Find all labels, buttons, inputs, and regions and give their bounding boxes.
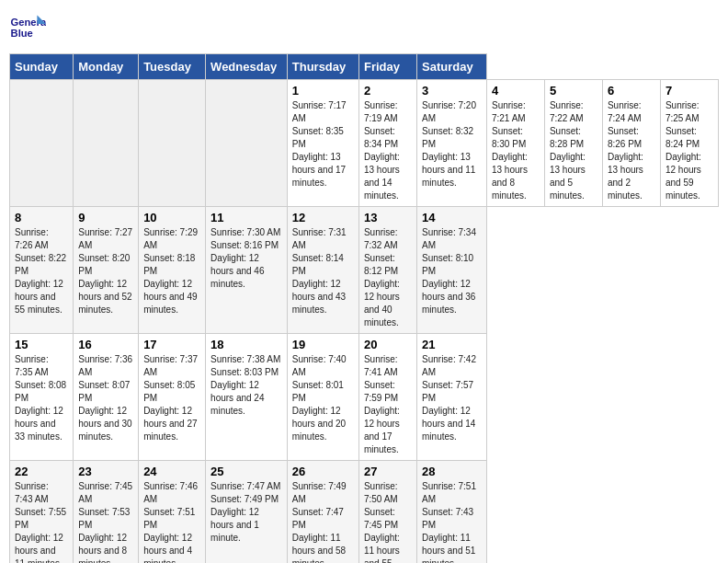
day-number: 18 (210, 338, 282, 351)
day-header-sunday: Sunday (10, 54, 74, 80)
day-info: Sunrise: 7:31 AMSunset: 8:14 PMDaylight:… (292, 226, 354, 316)
day-info: Sunrise: 7:40 AMSunset: 8:01 PMDaylight:… (292, 353, 354, 443)
day-info: Sunrise: 7:35 AMSunset: 8:08 PMDaylight:… (15, 353, 68, 443)
calendar-week-4: 22Sunrise: 7:43 AMSunset: 7:55 PMDayligh… (10, 461, 719, 564)
calendar-cell: 10Sunrise: 7:29 AMSunset: 8:18 PMDayligh… (139, 207, 206, 334)
calendar-cell: 15Sunrise: 7:35 AMSunset: 8:08 PMDayligh… (10, 334, 74, 461)
day-number: 16 (78, 338, 133, 351)
day-number: 17 (143, 338, 200, 351)
day-header-tuesday: Tuesday (139, 54, 206, 80)
calendar-cell: 16Sunrise: 7:36 AMSunset: 8:07 PMDayligh… (74, 334, 139, 461)
day-info: Sunrise: 7:22 AMSunset: 8:28 PMDaylight:… (550, 99, 597, 202)
calendar-cell: 20Sunrise: 7:41 AMSunset: 7:59 PMDayligh… (358, 334, 416, 461)
day-number: 1 (292, 84, 354, 98)
calendar-cell (139, 80, 206, 207)
calendar-cell: 3Sunrise: 7:20 AMSunset: 8:32 PMDaylight… (417, 80, 487, 207)
day-number: 27 (364, 465, 412, 478)
day-info: Sunrise: 7:46 AMSunset: 7:51 PMDaylight:… (143, 480, 200, 563)
day-number: 8 (15, 211, 68, 224)
calendar-cell: 28Sunrise: 7:51 AMSunset: 7:43 PMDayligh… (417, 461, 487, 564)
day-info: Sunrise: 7:25 AMSunset: 8:24 PMDaylight:… (665, 99, 713, 202)
calendar-cell: 5Sunrise: 7:22 AMSunset: 8:28 PMDaylight… (544, 80, 602, 207)
day-info: Sunrise: 7:50 AMSunset: 7:45 PMDaylight:… (364, 480, 412, 563)
day-number: 4 (492, 84, 540, 98)
calendar-cell (206, 80, 288, 207)
day-info: Sunrise: 7:17 AMSunset: 8:35 PMDaylight:… (292, 99, 354, 190)
calendar-cell: 11Sunrise: 7:30 AMSunset: 8:16 PMDayligh… (206, 207, 288, 334)
day-number: 28 (422, 465, 482, 478)
day-number: 2 (364, 84, 412, 98)
calendar-cell (74, 80, 139, 207)
day-header-thursday: Thursday (287, 54, 358, 80)
day-number: 5 (550, 84, 597, 98)
day-info: Sunrise: 7:19 AMSunset: 8:34 PMDaylight:… (364, 99, 412, 202)
day-number: 12 (292, 211, 354, 224)
day-number: 10 (143, 211, 200, 224)
day-header-monday: Monday (74, 54, 139, 80)
day-number: 3 (422, 84, 482, 98)
calendar-cell: 14Sunrise: 7:34 AMSunset: 8:10 PMDayligh… (417, 207, 487, 334)
calendar-cell: 27Sunrise: 7:50 AMSunset: 7:45 PMDayligh… (358, 461, 416, 564)
calendar-cell: 23Sunrise: 7:45 AMSunset: 7:53 PMDayligh… (74, 461, 139, 564)
calendar-cell: 6Sunrise: 7:24 AMSunset: 8:26 PMDaylight… (602, 80, 660, 207)
day-info: Sunrise: 7:32 AMSunset: 8:12 PMDaylight:… (364, 226, 412, 329)
logo-icon: General Blue (9, 9, 46, 46)
calendar-cell: 24Sunrise: 7:46 AMSunset: 7:51 PMDayligh… (139, 461, 206, 564)
day-info: Sunrise: 7:34 AMSunset: 8:10 PMDaylight:… (422, 226, 482, 316)
day-number: 20 (364, 338, 412, 351)
day-number: 22 (15, 465, 68, 478)
calendar-cell: 25Sunrise: 7:47 AMSunset: 7:49 PMDayligh… (206, 461, 288, 564)
day-info: Sunrise: 7:20 AMSunset: 8:32 PMDaylight:… (422, 99, 482, 190)
calendar-cell: 13Sunrise: 7:32 AMSunset: 8:12 PMDayligh… (358, 207, 416, 334)
calendar-cell: 4Sunrise: 7:21 AMSunset: 8:30 PMDaylight… (486, 80, 544, 207)
page-header: General Blue (9, 9, 719, 46)
day-number: 7 (665, 84, 713, 98)
day-number: 24 (143, 465, 200, 478)
day-number: 19 (292, 338, 354, 351)
svg-text:Blue: Blue (11, 28, 33, 39)
day-number: 23 (78, 465, 133, 478)
calendar-cell (10, 80, 74, 207)
logo: General Blue (9, 9, 50, 46)
day-info: Sunrise: 7:38 AMSunset: 8:03 PMDaylight:… (210, 353, 282, 418)
day-number: 11 (210, 211, 282, 224)
calendar-cell: 17Sunrise: 7:37 AMSunset: 8:05 PMDayligh… (139, 334, 206, 461)
calendar-cell: 8Sunrise: 7:26 AMSunset: 8:22 PMDaylight… (10, 207, 74, 334)
calendar-body: 1Sunrise: 7:17 AMSunset: 8:35 PMDaylight… (10, 80, 719, 564)
calendar-cell: 2Sunrise: 7:19 AMSunset: 8:34 PMDaylight… (358, 80, 416, 207)
day-number: 26 (292, 465, 354, 478)
day-info: Sunrise: 7:47 AMSunset: 7:49 PMDaylight:… (210, 480, 282, 545)
day-number: 15 (15, 338, 68, 351)
day-info: Sunrise: 7:49 AMSunset: 7:47 PMDaylight:… (292, 480, 354, 563)
calendar-week-3: 15Sunrise: 7:35 AMSunset: 8:08 PMDayligh… (10, 334, 719, 461)
day-info: Sunrise: 7:36 AMSunset: 8:07 PMDaylight:… (78, 353, 133, 443)
day-header-friday: Friday (358, 54, 416, 80)
calendar-header-row: SundayMondayTuesdayWednesdayThursdayFrid… (10, 54, 719, 80)
calendar-cell: 1Sunrise: 7:17 AMSunset: 8:35 PMDaylight… (287, 80, 358, 207)
day-info: Sunrise: 7:41 AMSunset: 7:59 PMDaylight:… (364, 353, 412, 456)
day-info: Sunrise: 7:30 AMSunset: 8:16 PMDaylight:… (210, 226, 282, 291)
day-number: 21 (422, 338, 482, 351)
calendar-cell: 12Sunrise: 7:31 AMSunset: 8:14 PMDayligh… (287, 207, 358, 334)
calendar-table: SundayMondayTuesdayWednesdayThursdayFrid… (9, 53, 719, 563)
calendar-cell: 18Sunrise: 7:38 AMSunset: 8:03 PMDayligh… (206, 334, 288, 461)
calendar-cell: 26Sunrise: 7:49 AMSunset: 7:47 PMDayligh… (287, 461, 358, 564)
day-header-wednesday: Wednesday (206, 54, 288, 80)
calendar-week-2: 8Sunrise: 7:26 AMSunset: 8:22 PMDaylight… (10, 207, 719, 334)
day-info: Sunrise: 7:21 AMSunset: 8:30 PMDaylight:… (492, 99, 540, 202)
day-info: Sunrise: 7:29 AMSunset: 8:18 PMDaylight:… (143, 226, 200, 316)
day-info: Sunrise: 7:24 AMSunset: 8:26 PMDaylight:… (608, 99, 655, 202)
calendar-cell: 19Sunrise: 7:40 AMSunset: 8:01 PMDayligh… (287, 334, 358, 461)
calendar-cell: 22Sunrise: 7:43 AMSunset: 7:55 PMDayligh… (10, 461, 74, 564)
day-info: Sunrise: 7:42 AMSunset: 7:57 PMDaylight:… (422, 353, 482, 443)
day-info: Sunrise: 7:37 AMSunset: 8:05 PMDaylight:… (143, 353, 200, 443)
day-number: 25 (210, 465, 282, 478)
day-info: Sunrise: 7:43 AMSunset: 7:55 PMDaylight:… (15, 480, 68, 563)
calendar-cell: 9Sunrise: 7:27 AMSunset: 8:20 PMDaylight… (74, 207, 139, 334)
day-info: Sunrise: 7:26 AMSunset: 8:22 PMDaylight:… (15, 226, 68, 316)
calendar-cell: 7Sunrise: 7:25 AMSunset: 8:24 PMDaylight… (660, 80, 718, 207)
day-number: 6 (608, 84, 655, 98)
calendar-week-1: 1Sunrise: 7:17 AMSunset: 8:35 PMDaylight… (10, 80, 719, 207)
day-header-saturday: Saturday (417, 54, 487, 80)
day-number: 13 (364, 211, 412, 224)
